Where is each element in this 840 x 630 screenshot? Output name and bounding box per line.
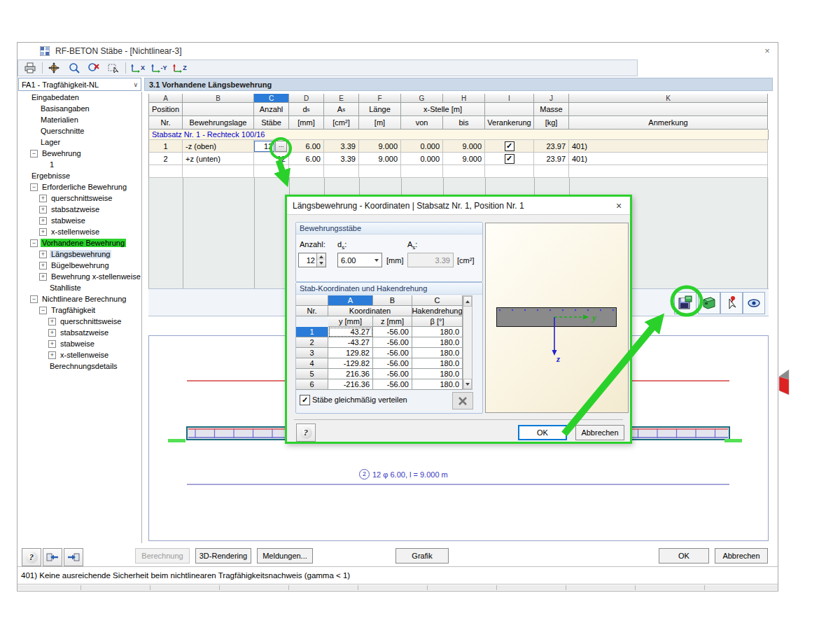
cell-lage[interactable]: +z (unten) [183,153,254,165]
expand-icon[interactable]: + [39,228,47,236]
cell-anmerkung[interactable]: 401) [569,153,768,165]
zoom-off-icon[interactable] [86,62,102,74]
scroll-up-icon[interactable] [463,296,472,307]
expand-icon[interactable]: + [39,262,47,270]
column-letter-A[interactable]: A [148,94,183,103]
abbrechen-button[interactable]: Abbrechen [715,548,768,564]
coords-cell[interactable]: -56.00 [373,327,412,337]
sidebar-item-b-gelbewehrung[interactable]: +Bügelbewehrung [18,260,141,271]
coords-column-letter-C[interactable]: C [412,295,463,306]
dialog-cancel-button[interactable]: Abbrechen [575,425,624,440]
sidebar-item-materialien[interactable]: Materialien [18,114,141,125]
column-letter-H[interactable]: H [443,94,485,103]
expand-icon[interactable]: + [39,251,47,258]
empty-cell[interactable] [485,165,534,178]
coords-cell[interactable]: -56.00 [373,379,412,390]
empty-cell[interactable] [324,165,359,178]
column-letter-G[interactable]: G [401,94,443,103]
coords-column-letter-A[interactable]: A [328,295,373,306]
coords-cell[interactable]: -56.00 [373,358,412,369]
coords-cell[interactable]: 180.0 [412,379,463,390]
cell-verankerung[interactable]: ✓ [485,140,534,153]
empty-cell[interactable] [359,165,401,178]
expand-icon[interactable]: + [39,217,47,225]
expand-icon[interactable]: + [39,273,47,281]
sidebar-item-querschnitte[interactable]: Querschnitte [18,125,141,136]
pan-icon[interactable] [47,62,62,74]
empty-cell[interactable] [254,165,289,178]
sidebar-item-stahlliste[interactable]: Stahlliste [18,282,141,293]
expand-icon[interactable]: + [39,195,47,202]
empty-cell[interactable] [183,165,254,178]
expand-icon[interactable]: + [48,351,56,359]
dialog-close-icon[interactable]: × [613,200,624,211]
sidebar-item-stabsatzweise[interactable]: +stabsatzweise [18,327,141,338]
prev-table-button[interactable] [43,548,62,566]
cell-as[interactable]: 3.39 [324,153,359,165]
coords-cell[interactable]: -56.00 [373,369,412,379]
sidebar-item-nichtlineare-berechnung[interactable]: −Nichtlineare Berechnung [18,293,141,304]
coords-row-header[interactable]: 3 [296,348,328,358]
column-letter-C[interactable]: C [254,94,289,103]
coords-cell[interactable]: 180.0 [412,337,463,348]
sidebar-item-x-stellenweise[interactable]: +x-stellenweise [18,349,141,360]
sidebar-item-basisangaben[interactable]: Basisangaben [18,103,141,114]
empty-cell[interactable] [569,165,768,178]
dialog-ok-button[interactable]: OK [518,425,567,440]
view-button[interactable] [743,292,765,314]
coords-row-header[interactable]: 1 [296,327,328,337]
column-letter-I[interactable]: I [485,94,534,103]
coords-row-header[interactable]: 2 [296,337,328,348]
column-letter-E[interactable]: E [324,94,359,103]
collapse-icon[interactable]: − [30,295,38,303]
expand-icon[interactable]: + [48,340,56,348]
ok-button[interactable]: OK [659,548,709,564]
load-case-select[interactable]: FA1 - Tragfähigkeit-NL ∨ [18,78,141,91]
view-z-icon[interactable]: Z [172,62,188,74]
cell-anzahl[interactable]: 12... [254,140,289,153]
sidebar-item-eingabedaten[interactable]: Eingabedaten [18,92,141,103]
empty-cell[interactable] [289,165,324,178]
sidebar-item-l-ngsbewehrung[interactable]: +Längsbewehrung [18,248,141,260]
coords-cell[interactable]: -56.00 [373,337,412,348]
view-minus-y-icon[interactable]: -Y [150,62,168,74]
print-icon[interactable] [22,62,38,74]
cell-laenge[interactable]: 9.000 [359,140,401,153]
coords-cell[interactable]: -56.00 [373,348,412,358]
pick-button[interactable] [720,292,743,314]
column-letter-D[interactable]: D [289,94,324,103]
dialog-help-button[interactable]: ? [296,424,316,442]
cell-bis[interactable]: 9.000 [443,153,485,165]
collapse-icon[interactable]: − [30,239,38,247]
next-table-button[interactable] [64,548,83,566]
sidebar-item-erforderliche-bewehrung[interactable]: −Erforderliche Bewehrung [18,181,141,192]
anzahl-stepper[interactable]: 12 [298,253,326,267]
coords-cell[interactable]: -216.36 [328,379,373,390]
sidebar-item-stabweise[interactable]: +stabweise [18,215,141,226]
coords-cell[interactable]: 43.27 [328,327,373,337]
sidebar-item-berechnungsdetails[interactable]: Berechnungsdetails [18,360,141,372]
cell-masse[interactable]: 23.97 [534,153,569,165]
verankerung-checkbox[interactable]: ✓ [505,141,514,151]
sidebar-item-1[interactable]: 1 [18,159,141,170]
cell-as[interactable]: 3.39 [324,140,359,153]
coords-row-header[interactable]: 6 [296,379,328,390]
cell-ds[interactable]: 6.00 [289,153,324,165]
ds-combobox[interactable]: 6.00 [337,253,382,267]
coords-cell[interactable]: 180.0 [412,348,463,358]
grafik-button[interactable]: Grafik [396,548,449,564]
empty-cell[interactable] [148,165,183,178]
coords-row-header[interactable]: 5 [296,369,328,379]
column-letter-K[interactable]: K [569,94,768,103]
edit-coordinates-button[interactable]: ... [275,141,287,152]
sidebar-item-stabsatzweise[interactable]: +stabsatzweise [18,204,141,215]
save-reinforcement-button[interactable] [674,292,696,314]
anzahl-value[interactable]: 12 [254,141,274,152]
sidebar-item-stabweise[interactable]: +stabweise [18,338,141,349]
distribute-checkbox[interactable]: ✓ [300,395,310,405]
column-letter-J[interactable]: J [534,94,569,103]
cell-anmerkung[interactable]: 401) [569,140,768,153]
zoom-in-icon[interactable] [66,62,82,74]
expand-icon[interactable]: + [39,206,47,214]
coords-cell[interactable]: -129.82 [328,358,373,369]
